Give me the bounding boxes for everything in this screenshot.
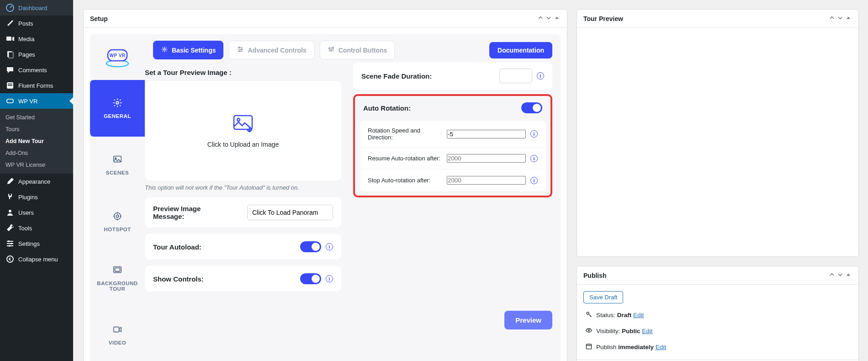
panel-collapse-up-icon[interactable]	[537, 14, 544, 23]
sidebar-item-wpvr[interactable]: WP VR	[0, 93, 73, 109]
advanced-controls-button[interactable]: Advanced Controls	[229, 41, 314, 59]
sidebar-sub-license[interactable]: WP VR License	[0, 159, 73, 171]
show-controls-label: Show Controls:	[153, 275, 204, 283]
svg-point-14	[9, 245, 11, 247]
tab-label: GENERAL	[104, 113, 131, 119]
status-label: Status:	[596, 312, 617, 319]
publish-date-value: immediately	[618, 344, 654, 350]
svg-point-8	[9, 210, 11, 212]
tab-general[interactable]: GENERAL	[90, 80, 145, 137]
sidebar-label: WP VR	[18, 98, 37, 105]
sidebar-item-comments[interactable]: Comments	[0, 62, 73, 78]
sidebar-item-users[interactable]: Users	[0, 205, 73, 220]
tab-label: VIDEO	[109, 340, 126, 345]
sidebar-item-posts[interactable]: Posts	[0, 16, 73, 31]
panel-collapse-down-icon[interactable]	[836, 14, 844, 23]
basic-settings-button[interactable]: Basic Settings	[153, 41, 223, 59]
sliders-icon	[237, 46, 244, 54]
sidebar-sub-tours[interactable]: Tours	[0, 123, 73, 135]
sidebar-item-plugins[interactable]: Plugins	[0, 189, 73, 205]
fade-duration-input[interactable]	[499, 69, 532, 83]
stop-rotation-input[interactable]	[447, 176, 526, 185]
fade-duration-row: Scene Fade Duration: i	[353, 62, 552, 90]
collapse-icon	[5, 255, 15, 264]
tour-autoload-toggle[interactable]	[300, 241, 321, 252]
form-icon	[5, 81, 15, 90]
upload-image-box[interactable]: Click to Upload an Image	[145, 81, 341, 180]
panel-collapse-down-icon[interactable]	[836, 271, 844, 280]
sidebar-item-collapse[interactable]: Collapse menu	[0, 251, 73, 267]
sidebar-label: Pages	[18, 51, 35, 58]
setup-panel-header: Setup	[84, 10, 567, 28]
publish-panel-title: Publish	[583, 272, 607, 279]
svg-rect-5	[8, 84, 12, 85]
documentation-button[interactable]: Documentation	[489, 42, 552, 58]
sidebar-item-dashboard[interactable]: Dashboard	[0, 0, 73, 16]
panel-collapse-up-icon[interactable]	[828, 271, 836, 280]
key-icon	[585, 311, 593, 319]
preview-message-row: Preview Image Message:	[145, 197, 341, 228]
auto-rotation-toggle[interactable]	[521, 102, 542, 113]
show-controls-toggle[interactable]	[300, 273, 321, 284]
info-icon[interactable]: i	[530, 155, 538, 162]
sliders-vertical-icon	[328, 46, 335, 54]
image-icon	[112, 154, 122, 165]
sidebar-item-tools[interactable]: Tools	[0, 220, 73, 236]
sidebar-sub-get-started[interactable]: Get Started	[0, 111, 73, 123]
info-icon[interactable]: i	[530, 130, 538, 138]
publish-date-edit-link[interactable]: Edit	[656, 344, 666, 350]
auto-rotation-label: Auto Rotation:	[363, 104, 411, 112]
tab-hotspot[interactable]: HOTSPOT	[90, 193, 145, 250]
stop-rotation-row: Stop Auto-rotation after: i	[360, 169, 546, 191]
tab-scenes[interactable]: SCENES	[90, 137, 145, 193]
preview-message-input[interactable]	[247, 205, 333, 220]
visibility-edit-link[interactable]: Edit	[642, 328, 652, 334]
svg-rect-3	[9, 52, 13, 58]
sidebar-item-settings[interactable]: Settings	[0, 236, 73, 251]
sidebar-sub-addons[interactable]: Add-Ons	[0, 147, 73, 159]
visibility-row: Visibility: Public Edit	[583, 323, 852, 339]
sidebar-item-pages[interactable]: Pages	[0, 47, 73, 62]
info-icon[interactable]: i	[326, 243, 333, 250]
panel-collapse-up-icon[interactable]	[828, 14, 836, 23]
svg-point-15	[7, 256, 13, 262]
panel-toggle-icon[interactable]	[553, 14, 561, 23]
stop-rotation-label: Stop Auto-rotation after:	[368, 177, 430, 184]
sidebar-label: Collapse menu	[18, 256, 58, 263]
resume-rotation-input[interactable]	[447, 154, 526, 163]
info-icon[interactable]: i	[530, 177, 538, 184]
media-icon	[5, 34, 15, 43]
svg-point-32	[331, 50, 332, 51]
status-edit-link[interactable]: Edit	[633, 312, 644, 319]
info-icon[interactable]: i	[326, 275, 333, 282]
visibility-value: Public	[622, 328, 640, 334]
panel-toggle-icon[interactable]	[845, 14, 852, 23]
sidebar-sub-add-new-tour[interactable]: Add New Tour	[0, 135, 73, 147]
svg-point-28	[238, 47, 240, 48]
sidebar-label: Plugins	[18, 194, 38, 201]
preview-button[interactable]: Preview	[504, 311, 552, 329]
svg-rect-6	[8, 85, 12, 86]
svg-point-13	[11, 243, 12, 244]
sidebar-item-appearance[interactable]: Appearance	[0, 174, 73, 189]
svg-rect-1	[6, 37, 11, 41]
publish-date-row: Publish immediately Edit	[583, 339, 852, 355]
svg-rect-26	[114, 327, 119, 332]
video-icon	[112, 324, 122, 335]
save-draft-button[interactable]: Save Draft	[583, 291, 623, 303]
info-icon[interactable]: i	[537, 72, 544, 80]
panel-toggle-icon[interactable]	[845, 271, 852, 280]
set-preview-label: Set a Tour Preview Image :	[145, 69, 341, 76]
svg-point-23	[116, 215, 119, 218]
tab-background-tour[interactable]: BACKGROUND TOUR	[90, 250, 145, 307]
panel-collapse-down-icon[interactable]	[545, 14, 552, 23]
upload-note: This option will not work if the "Tour A…	[145, 184, 341, 191]
sidebar-item-fluent-forms[interactable]: Fluent Forms	[0, 78, 73, 93]
sidebar-item-media[interactable]: Media	[0, 31, 73, 47]
setup-panel: Setup WP VR	[83, 9, 567, 361]
gear-icon	[161, 46, 168, 54]
button-label: Control Buttons	[339, 47, 387, 54]
control-buttons-button[interactable]: Control Buttons	[320, 41, 395, 59]
rotation-speed-input[interactable]	[447, 130, 526, 138]
tab-video[interactable]: VIDEO	[90, 307, 145, 361]
